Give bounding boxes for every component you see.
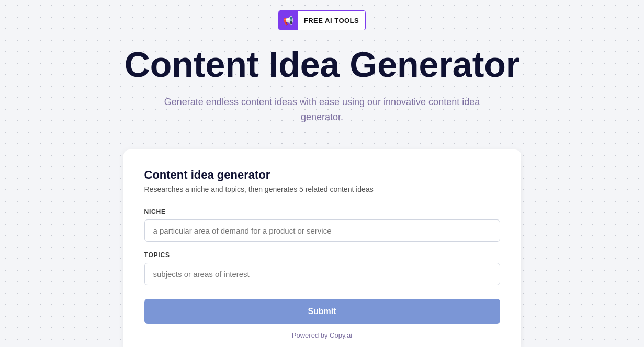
page-title: Content Idea Generator bbox=[125, 45, 520, 84]
niche-label: NICHE bbox=[144, 208, 500, 215]
topics-label: TOPICS bbox=[144, 251, 500, 259]
generator-card: Content idea generator Researches a nich… bbox=[123, 149, 521, 347]
niche-field-group: NICHE bbox=[144, 208, 500, 242]
badge-label: FREE AI TOOLS bbox=[298, 14, 365, 28]
page-subtitle: Generate endless content ideas with ease… bbox=[155, 95, 490, 125]
powered-by: Powered by Copy.ai bbox=[144, 331, 500, 339]
topics-input[interactable] bbox=[144, 263, 500, 285]
topics-field-group: TOPICS bbox=[144, 251, 500, 285]
submit-button[interactable]: Submit bbox=[144, 299, 500, 324]
megaphone-icon: 📢 bbox=[279, 11, 298, 30]
card-title: Content idea generator bbox=[144, 168, 500, 182]
niche-input[interactable] bbox=[144, 219, 500, 242]
card-description: Researches a niche and topics, then gene… bbox=[144, 185, 500, 193]
free-ai-tools-badge[interactable]: 📢 FREE AI TOOLS bbox=[278, 10, 366, 30]
badge-container: 📢 FREE AI TOOLS bbox=[278, 10, 366, 30]
